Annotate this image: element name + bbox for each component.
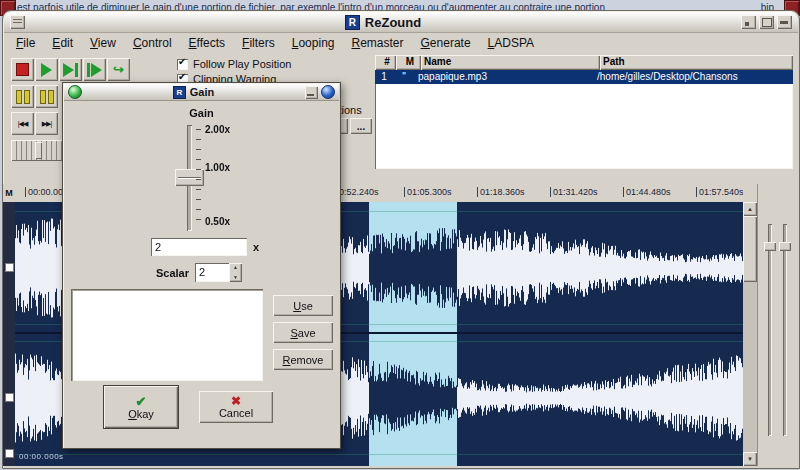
skip-to-end-button[interactable]: ▶▶| [35,112,58,135]
dialog-ball-icon[interactable] [321,85,335,99]
slider-tick-marks [196,129,201,229]
close-button[interactable] [777,15,792,29]
gain-dialog-titlebar[interactable]: R Gain [64,84,339,101]
menu-lines-icon [13,19,22,25]
stop-button[interactable] [35,85,58,108]
iconify-button[interactable] [741,15,756,29]
remove-button[interactable]: Remove [273,349,333,370]
title-bar[interactable]: R ReZound [4,12,798,33]
file-cell: /home/gilles/Desktop/Chansons [594,70,793,84]
gain-dialog-title: Gain [190,86,214,98]
menu-control[interactable]: Control [126,34,179,52]
scrollbar-thumb[interactable] [743,216,757,282]
scroll-up-icon: ▲ [747,206,753,212]
ruler-label: 01:57.540s [696,187,743,197]
file-list-header: #MNamePath [375,55,793,70]
save-label: Save [290,327,315,339]
menu-view[interactable]: View [83,34,123,52]
file-list-column-header[interactable]: Path [600,55,793,70]
pause-icon [24,90,30,104]
menu-file[interactable]: File [9,34,42,52]
menu-bar: FileEditViewControlEffectsFiltersLooping… [9,33,793,53]
more-options-button[interactable]: ... [350,118,372,134]
scroll-down-icon: ▼ [747,456,753,462]
pause-icon [16,90,22,104]
slider-tick-label: 1.00x [205,162,230,173]
ruler-label: 01:18.360s [477,187,525,197]
rezound-app-icon: R [173,86,186,99]
waveform-vertical-scrollbar[interactable]: ▲ ▼ [743,202,757,466]
scalar-spinner[interactable]: 2 ▲ ▼ [195,263,242,282]
menu-looping[interactable]: Looping [285,34,342,52]
horizontal-zoom-slider[interactable] [768,224,772,436]
play-loop-button[interactable]: ↪ [107,58,130,81]
ruler-label: 01:05.300s [404,187,452,197]
skip-back-icon: |◀◀ [18,120,28,128]
menu-ladspa[interactable]: LADSPA [481,34,541,52]
cross-icon: ✖ [231,395,241,407]
cancel-label: Cancel [219,407,253,419]
position-status: 00:00.000s [19,452,64,461]
channel-margin [3,202,15,466]
gain-unit-label: x [253,241,259,253]
close-icon [780,21,788,24]
preset-list[interactable] [71,289,263,381]
zoom-slider-handle[interactable] [764,242,776,251]
check-icon: ✔ [136,395,147,408]
play-button[interactable] [35,58,58,81]
menu-edit[interactable]: Edit [45,34,80,52]
file-list-column-header[interactable]: M [396,55,421,70]
cancel-button[interactable]: ✖ Cancel [199,391,273,423]
maximize-icon [762,18,772,27]
file-cell: " [393,70,415,84]
play-icon [41,63,52,77]
loop-arrow-icon: ↪ [113,63,124,76]
dialog-minimize-button[interactable] [305,86,318,99]
scroll-down-button[interactable]: ▼ [743,452,757,466]
iconify-icon [745,22,749,26]
okay-button[interactable]: ✔ Okay [103,385,179,429]
dialog-close-ball-icon[interactable] [68,85,82,99]
zoom-panel [757,184,799,466]
menu-filters[interactable]: Filters [235,34,282,52]
play-selection-button[interactable] [59,58,82,81]
gain-value-input[interactable] [151,238,247,256]
shuttle-handle[interactable] [35,142,42,159]
file-list[interactable]: #MNamePath 1"papapique.mp3/home/gilles/D… [375,55,793,169]
channel1-mute-checkbox[interactable] [5,263,14,272]
use-label: Use [293,300,313,312]
bar-icon [87,63,90,77]
maximize-button[interactable] [759,15,774,29]
scalar-label: Scalar [99,267,189,279]
channel-extra-checkbox[interactable] [5,449,14,458]
scroll-up-button[interactable]: ▲ [743,202,757,216]
follow-play-position-label: Follow Play Position [193,58,291,70]
channel2-mute-checkbox[interactable] [5,393,14,402]
menu-effects[interactable]: Effects [182,34,232,52]
play-from-cursor-button[interactable] [83,58,106,81]
stop-icon [48,90,54,104]
zoom-slider-handle[interactable] [779,242,791,251]
okay-label: Okay [128,408,154,420]
window-menu-button[interactable] [10,15,25,29]
save-button[interactable]: Save [273,322,333,343]
rezound-app-icon: R [345,15,360,30]
file-list-column-header[interactable]: Name [421,55,600,70]
stop-icon [40,90,46,104]
vertical-zoom-slider[interactable] [783,224,787,436]
menu-generate[interactable]: Generate [414,34,478,52]
ruler-label: 01:44.480s [623,187,671,197]
spin-up-icon[interactable]: ▲ [229,263,242,273]
file-list-row[interactable]: 1"papapique.mp3/home/gilles/Desktop/Chan… [375,70,793,84]
skip-to-start-button[interactable]: |◀◀ [11,112,34,135]
use-button[interactable]: Use [273,295,333,316]
follow-play-position-checkbox[interactable]: ✔ Follow Play Position [177,58,291,70]
record-button[interactable] [11,58,34,81]
play-from-cursor-icon [91,63,102,77]
slider-tick-label: 2.00x [205,124,230,135]
spin-down-icon[interactable]: ▼ [229,273,242,283]
pause-button[interactable] [11,85,34,108]
file-list-column-header[interactable]: # [375,55,396,70]
menu-remaster[interactable]: Remaster [344,34,410,52]
desktop: est parfois utile de diminuer le gain d'… [0,0,800,470]
